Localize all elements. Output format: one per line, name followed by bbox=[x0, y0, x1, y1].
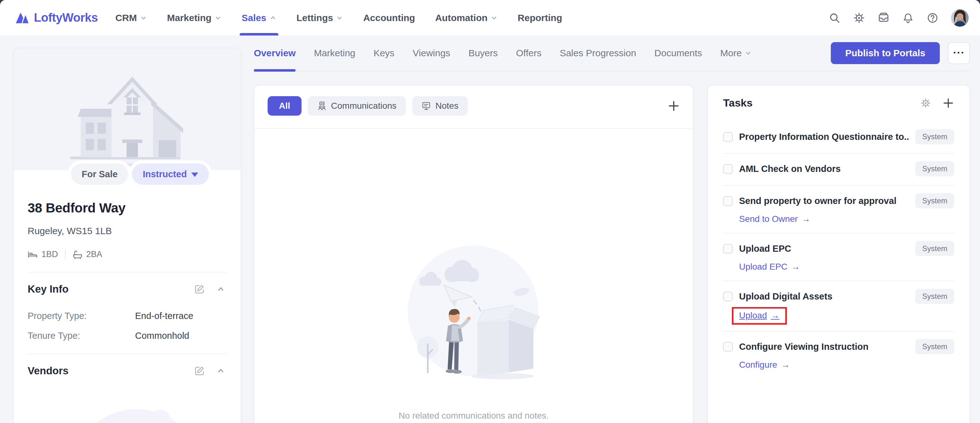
key-info-heading: Key Info bbox=[28, 283, 194, 295]
notifications-icon[interactable] bbox=[902, 12, 914, 24]
tab-more[interactable]: More bbox=[720, 35, 752, 71]
tab-actions: Publish to Portals ... bbox=[831, 42, 970, 64]
tab-offers[interactable]: Offers bbox=[516, 35, 541, 71]
nav-item-marketing[interactable]: Marketing bbox=[167, 0, 222, 35]
add-activity-icon[interactable] bbox=[668, 100, 680, 112]
help-icon[interactable] bbox=[927, 12, 939, 24]
brand-name: LoftyWorks bbox=[34, 11, 98, 24]
loftyworks-logo-icon bbox=[14, 10, 30, 26]
tasks-heading: Tasks bbox=[723, 97, 920, 109]
task-list: Property Information Questionnaire to...… bbox=[708, 121, 969, 379]
search-icon[interactable] bbox=[829, 12, 840, 24]
publish-to-portals-button[interactable]: Publish to Portals bbox=[831, 42, 940, 64]
task-source-badge: System bbox=[915, 129, 954, 144]
arrow-right-icon: → bbox=[781, 360, 790, 370]
nav-item-reporting[interactable]: Reporting bbox=[518, 0, 562, 35]
more-actions-button[interactable]: ... bbox=[948, 42, 970, 64]
task-title: Send property to owner for approval bbox=[739, 196, 909, 206]
task-checkbox[interactable] bbox=[723, 196, 733, 206]
avatar[interactable] bbox=[951, 9, 969, 27]
task-row: Property Information Questionnaire to...… bbox=[723, 121, 954, 154]
tasks-settings-icon[interactable] bbox=[920, 97, 932, 109]
divider bbox=[65, 250, 66, 259]
tab-sales-progression[interactable]: Sales Progression bbox=[560, 35, 636, 71]
tab-marketing[interactable]: Marketing bbox=[314, 35, 355, 71]
tasks-card: Tasks Property Information Questionnaire… bbox=[707, 85, 970, 423]
chevron-down-icon bbox=[215, 14, 221, 21]
upload-link[interactable]: Upload → bbox=[739, 311, 780, 321]
vendors-section: Vendors bbox=[14, 354, 240, 377]
edit-icon[interactable] bbox=[194, 365, 205, 377]
task-title: Property Information Questionnaire to... bbox=[739, 132, 909, 142]
filter-notes[interactable]: Notes bbox=[412, 96, 468, 116]
task-checkbox[interactable] bbox=[723, 164, 733, 174]
filter-all[interactable]: All bbox=[267, 96, 302, 116]
tenure-type-value: Commonhold bbox=[135, 330, 189, 341]
main-nav: CRM Marketing Sales Lettings Accounting … bbox=[115, 0, 562, 35]
nav-item-sales[interactable]: Sales bbox=[242, 0, 276, 35]
vendors-empty-illustration bbox=[69, 403, 213, 423]
filter-communications[interactable]: Communications bbox=[308, 96, 406, 116]
collapse-chevron-up-icon[interactable] bbox=[215, 283, 227, 295]
task-row: Configure Viewing Instruction System Con… bbox=[723, 332, 954, 379]
top-nav: LoftyWorks CRM Marketing Sales Lettings … bbox=[0, 0, 980, 35]
status-badge: For Sale bbox=[71, 163, 128, 185]
tab-viewings[interactable]: Viewings bbox=[413, 35, 450, 71]
property-summary-card: For Sale Instructed 38 Bedford Way Rugel… bbox=[13, 48, 241, 423]
task-checkbox[interactable] bbox=[723, 244, 733, 254]
empty-state-text: No related communications and notes. bbox=[255, 411, 693, 421]
divider bbox=[255, 128, 693, 129]
task-source-badge: System bbox=[915, 193, 954, 208]
send-to-owner-link[interactable]: Send to Owner → bbox=[739, 214, 810, 224]
key-info-row: Tenure Type: Commonhold bbox=[28, 330, 227, 341]
bed-icon bbox=[28, 251, 38, 259]
task-title: Upload Digital Assets bbox=[739, 291, 909, 302]
add-task-icon[interactable] bbox=[942, 97, 954, 109]
property-tab-bar: Overview Marketing Keys Viewings Buyers … bbox=[254, 35, 970, 71]
configure-link[interactable]: Configure → bbox=[739, 360, 790, 370]
task-checkbox[interactable] bbox=[723, 292, 733, 302]
nav-item-automation[interactable]: Automation bbox=[435, 0, 498, 35]
house-illustration bbox=[64, 67, 190, 170]
stage-badge-dropdown[interactable]: Instructed bbox=[132, 163, 208, 185]
note-icon bbox=[422, 101, 431, 111]
beds-count: 1BD bbox=[41, 249, 58, 259]
tasks-header: Tasks bbox=[708, 86, 969, 109]
task-checkbox[interactable] bbox=[723, 132, 733, 142]
inbox-icon[interactable] bbox=[878, 12, 889, 24]
nav-item-crm[interactable]: CRM bbox=[115, 0, 147, 35]
topbar-actions bbox=[829, 9, 969, 27]
task-title: AML Check on Vendors bbox=[739, 164, 909, 174]
chevron-down-icon bbox=[336, 14, 343, 21]
arrow-right-icon: → bbox=[802, 214, 810, 224]
vendors-heading: Vendors bbox=[28, 365, 194, 377]
collapse-chevron-up-icon[interactable] bbox=[215, 365, 227, 377]
property-meta: 1BD 2BA bbox=[28, 249, 227, 259]
task-row: Upload Digital Assets System Upload → bbox=[723, 281, 954, 332]
tenure-type-label: Tenure Type: bbox=[28, 330, 135, 341]
edit-icon[interactable] bbox=[194, 283, 205, 295]
bath-icon bbox=[73, 250, 83, 259]
tab-keys[interactable]: Keys bbox=[374, 35, 395, 71]
key-info-row: Property Type: End-of-terrace bbox=[28, 311, 227, 321]
settings-icon[interactable] bbox=[853, 12, 865, 24]
brand-logo[interactable]: LoftyWorks bbox=[14, 10, 98, 26]
task-title: Configure Viewing Instruction bbox=[739, 342, 909, 352]
task-source-badge: System bbox=[915, 241, 954, 256]
chevron-down-icon bbox=[491, 14, 498, 21]
tab-documents[interactable]: Documents bbox=[654, 35, 702, 71]
nav-item-lettings[interactable]: Lettings bbox=[296, 0, 343, 35]
feed-filter-row: All Communications Notes bbox=[255, 86, 693, 116]
app-window: LoftyWorks CRM Marketing Sales Lettings … bbox=[0, 0, 980, 423]
tab-buyers[interactable]: Buyers bbox=[468, 35, 498, 71]
page-title: 38 Bedford Way bbox=[28, 201, 227, 215]
property-type-value: End-of-terrace bbox=[135, 311, 193, 321]
people-icon bbox=[317, 101, 327, 111]
tab-overview[interactable]: Overview bbox=[254, 35, 296, 71]
nav-item-accounting[interactable]: Accounting bbox=[363, 0, 415, 35]
activity-feed-card: All Communications Notes bbox=[254, 85, 694, 423]
highlight-annotation-box: Upload → bbox=[732, 307, 787, 325]
task-source-badge: System bbox=[915, 289, 954, 304]
upload-epc-link[interactable]: Upload EPC → bbox=[739, 262, 800, 272]
task-checkbox[interactable] bbox=[723, 342, 733, 352]
